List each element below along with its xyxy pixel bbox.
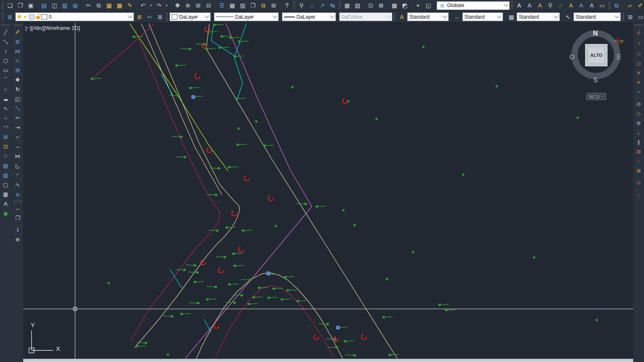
zoom-to-object-icon[interactable]: ⊕ [12,235,23,244]
snap-nearest-icon[interactable]: ⊠ [634,166,644,175]
snap-intersection-icon[interactable]: ✕ [634,68,644,78]
point-icon[interactable]: ∷ [0,151,11,161]
drawing-line-khaki[interactable] [206,24,398,360]
survey-dot[interactable] [376,118,378,120]
gradient-icon[interactable]: ▧ [0,170,11,180]
paste-as-block-icon[interactable]: ⊡ [366,1,376,10]
lineweight-combo[interactable]: DaLayer [282,12,336,21]
chevron-down-icon[interactable] [554,13,558,18]
explode-icon[interactable]: ⧈ [12,190,23,199]
snap-midpoint-icon[interactable]: ◻ [634,58,644,68]
justify-text-icon[interactable]: A [587,1,597,10]
viewport-freeze-icon[interactable] [29,15,34,19]
drawing-line-cyan[interactable] [161,74,173,95]
model-space-canvas[interactable]: YX [−][Alto][Wireframe 2D] [23,23,633,362]
osnap-settings-icon[interactable]: ∩ [634,190,644,199]
extend-icon[interactable]: ⇥ [12,123,23,132]
survey-dot[interactable] [354,224,356,226]
plot-icon[interactable]: ▤ [39,1,49,10]
table-draw-icon[interactable]: ▦ [0,190,11,199]
viewcube[interactable]: N E S O ALTO [571,29,621,83]
copy-object-icon[interactable]: ⧉ [12,37,23,46]
chamfer-icon[interactable]: ◺ [12,161,23,170]
ucs-axes-icon[interactable]: ⌖ [413,1,423,10]
red-marker[interactable] [343,98,348,103]
help-icon[interactable]: ? [282,1,292,10]
copy-clip-icon[interactable]: ⧉ [94,1,104,10]
viewcube-east[interactable]: E [617,53,621,61]
snap-parallel-icon[interactable]: ∥ [634,137,644,147]
dim-style-icon[interactable]: ↔ [452,12,462,22]
snap-perpendicular-icon[interactable]: ⊥ [634,128,644,137]
textstyle-combo[interactable]: Standard [407,12,449,21]
chevron-down-icon[interactable] [272,13,277,18]
table-icon[interactable]: ▦ [342,1,352,10]
dim-edit-icon[interactable]: ↹ [328,1,338,10]
survey-dot[interactable] [343,209,345,211]
survey-dot[interactable] [275,225,277,227]
make-block-icon[interactable]: ⊡ [0,142,11,151]
red-marker[interactable] [268,196,273,201]
arc-icon[interactable]: ⌒ [0,75,11,85]
insert-block-icon[interactable]: ⊞ [0,132,11,142]
fillet-icon[interactable]: ◜ [12,170,23,180]
object-information-icon[interactable]: ℹ [12,225,23,235]
drawing-line-crimson[interactable] [214,285,334,362]
render-region-icon[interactable]: ◩ [400,1,410,10]
match-properties-icon[interactable]: ✎ [125,1,135,10]
sheet-set-manager-icon[interactable]: ❐ [248,1,258,10]
make-object-layer-current-icon[interactable]: ≣ [134,12,144,22]
snap-extension-icon[interactable]: ┄ [634,87,644,97]
move-icon[interactable]: ✥ [12,75,23,85]
mirror-icon[interactable]: ⋈ [12,46,23,56]
named-views-icon[interactable]: ◱ [423,1,433,10]
viewcube-south[interactable]: S [593,77,598,84]
text-style-icon[interactable]: A [397,12,407,22]
red-marker[interactable] [244,176,249,181]
viewcube-west[interactable]: O [569,53,574,61]
dim-linear-icon[interactable]: ↔ [307,1,317,10]
survey-dot[interactable] [108,282,110,284]
edit-hatch-icon[interactable]: ▱ [625,1,635,10]
drawing-line-wheat[interactable] [135,24,240,347]
offset-icon[interactable]: ⊂ [12,56,23,66]
tool-palettes-icon[interactable]: ▥ [238,1,248,10]
undo-icon[interactable]: ↶ [138,1,148,10]
survey-dot[interactable] [462,174,464,176]
mleaderstyle-combo[interactable]: Standard [574,12,621,21]
red-marker[interactable] [214,323,219,328]
survey-dot[interactable] [412,251,414,253]
red-marker[interactable] [362,335,367,340]
viewport-dialog-icon[interactable]: ⊞ [625,12,635,22]
temporary-track-point-icon[interactable]: ┼ [634,27,644,37]
layer-properties-manager-icon[interactable]: ≣ [5,12,15,22]
batch-plot-icon[interactable]: ▥ [60,1,70,10]
blue-marker[interactable] [337,326,340,329]
snap-insert-icon[interactable]: ⊞ [634,147,644,156]
copy-properties-icon[interactable]: ❐ [12,213,23,223]
single-line-text-icon[interactable]: A [525,1,535,10]
viewcube-top-face[interactable]: ALTO [585,44,608,66]
text-find-icon[interactable]: ⚲ [545,1,555,10]
survey-dot[interactable] [596,319,598,321]
rotate-icon[interactable]: ↻ [12,85,23,94]
edit-polyline-icon[interactable]: ✐ [635,1,644,10]
find-text-icon[interactable]: ⚲ [296,1,306,10]
table-style-icon[interactable]: ▦ [506,12,516,22]
erase-icon[interactable]: ✐ [12,27,23,37]
new-file-icon[interactable]: ❏ [5,1,15,10]
pan-icon[interactable]: ✥ [173,1,182,10]
viewport-controls-label[interactable]: [−][Alto][Wireframe 2D] [25,25,80,31]
scale-icon[interactable]: ◱ [12,94,23,104]
view-combo[interactable]: ◍Globale [437,1,510,10]
drawing-line-crimson[interactable] [131,39,220,341]
drawing-line-crimson[interactable] [92,39,138,79]
break-at-point-icon[interactable]: ⌐ [12,132,23,142]
quick-leader-icon[interactable]: ↗ [317,1,327,10]
paste-clip-icon[interactable]: ▦ [104,1,114,10]
survey-dot[interactable] [255,121,258,123]
block-editor-icon[interactable]: ⊠ [376,1,386,10]
text-mtext-icon[interactable]: A [0,199,11,209]
red-marker[interactable] [232,211,237,216]
survey-dot[interactable] [238,128,240,130]
